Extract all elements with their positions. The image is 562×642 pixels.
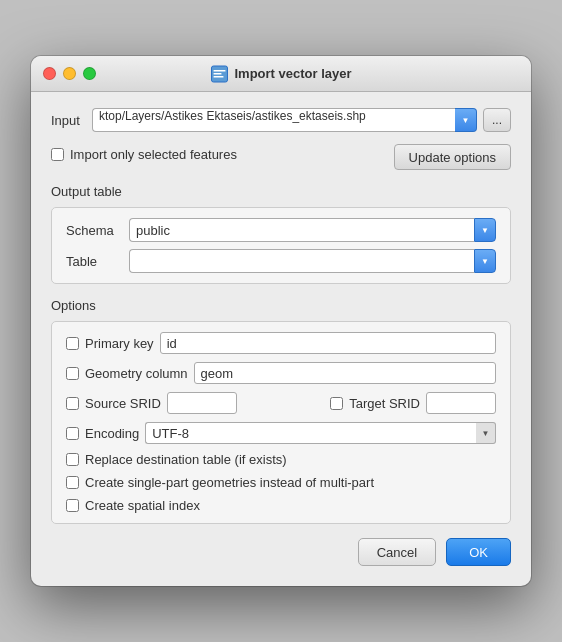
encoding-select-wrapper: UTF-8 ▼	[145, 422, 496, 444]
encoding-value[interactable]: UTF-8	[145, 422, 476, 444]
traffic-lights	[43, 67, 96, 80]
primary-key-label: Primary key	[85, 336, 154, 351]
replace-table-checkbox[interactable]	[66, 453, 79, 466]
table-input-wrapper	[129, 249, 496, 273]
single-part-checkbox[interactable]	[66, 476, 79, 489]
single-part-label: Create single-part geometries instead of…	[85, 475, 374, 490]
input-path-display: ktop/Layers/Astikes Ektaseis/astikes_ekt…	[92, 108, 455, 132]
replace-table-label: Replace destination table (if exists)	[85, 452, 287, 467]
spatial-index-row: Create spatial index	[66, 498, 496, 513]
source-srid-input[interactable]	[167, 392, 237, 414]
input-row: Input ktop/Layers/Astikes Ektaseis/astik…	[51, 108, 511, 132]
primary-key-row: Primary key	[66, 332, 496, 354]
window-title: Import vector layer	[210, 65, 351, 83]
encoding-row: Encoding UTF-8 ▼	[66, 422, 496, 444]
button-row: Cancel OK	[51, 538, 511, 566]
input-label: Input	[51, 113, 86, 128]
browse-button[interactable]: ...	[483, 108, 511, 132]
options-grid: Primary key Geometry column Source SRID	[66, 332, 496, 513]
input-path-wrapper: ktop/Layers/Astikes Ektaseis/astikes_ekt…	[92, 108, 477, 132]
schema-row: Schema public	[66, 218, 496, 242]
import-selected-label: Import only selected features	[70, 147, 237, 162]
geometry-col-label: Geometry column	[85, 366, 188, 381]
cancel-button[interactable]: Cancel	[358, 538, 436, 566]
primary-key-input[interactable]	[160, 332, 496, 354]
target-srid-input[interactable]	[426, 392, 496, 414]
import-selected-checkbox[interactable]	[51, 148, 64, 161]
spatial-index-label: Create spatial index	[85, 498, 200, 513]
source-srid-checkbox[interactable]	[66, 397, 79, 410]
minimize-button[interactable]	[63, 67, 76, 80]
ok-button[interactable]: OK	[446, 538, 511, 566]
table-input[interactable]	[129, 249, 474, 273]
close-button[interactable]	[43, 67, 56, 80]
svg-rect-3	[213, 76, 223, 78]
maximize-button[interactable]	[83, 67, 96, 80]
import-selected-row: Import only selected features	[51, 147, 237, 162]
dialog-content: Input ktop/Layers/Astikes Ektaseis/astik…	[31, 92, 531, 586]
output-table-section: Schema public Table	[51, 207, 511, 284]
target-srid-label: Target SRID	[349, 396, 420, 411]
window-icon	[210, 65, 228, 83]
replace-table-row: Replace destination table (if exists)	[66, 452, 496, 467]
schema-select-wrapper: public	[129, 218, 496, 242]
titlebar: Import vector layer	[31, 56, 531, 92]
table-row: Table	[66, 249, 496, 273]
svg-rect-2	[213, 73, 221, 75]
encoding-checkbox[interactable]	[66, 427, 79, 440]
table-dropdown-icon[interactable]	[474, 249, 496, 273]
input-dropdown-button[interactable]	[455, 108, 477, 132]
schema-value[interactable]: public	[129, 218, 474, 242]
output-table-section-label: Output table	[51, 184, 511, 199]
encoding-dropdown-icon[interactable]: ▼	[476, 422, 496, 444]
encoding-label: Encoding	[85, 426, 139, 441]
svg-rect-1	[213, 70, 225, 72]
geometry-col-row: Geometry column	[66, 362, 496, 384]
srid-row: Source SRID Target SRID	[66, 392, 496, 414]
schema-dropdown-icon[interactable]	[474, 218, 496, 242]
schema-label: Schema	[66, 223, 121, 238]
table-label: Table	[66, 254, 121, 269]
primary-key-checkbox[interactable]	[66, 337, 79, 350]
update-options-button[interactable]: Update options	[394, 144, 511, 170]
source-srid-label: Source SRID	[85, 396, 161, 411]
single-part-row: Create single-part geometries instead of…	[66, 475, 496, 490]
target-srid-checkbox[interactable]	[330, 397, 343, 410]
options-section-label: Options	[51, 298, 511, 313]
spatial-index-checkbox[interactable]	[66, 499, 79, 512]
import-vector-dialog: Import vector layer Input ktop/Layers/As…	[31, 56, 531, 586]
geometry-col-checkbox[interactable]	[66, 367, 79, 380]
geometry-col-input[interactable]	[194, 362, 496, 384]
options-section: Primary key Geometry column Source SRID	[51, 321, 511, 524]
